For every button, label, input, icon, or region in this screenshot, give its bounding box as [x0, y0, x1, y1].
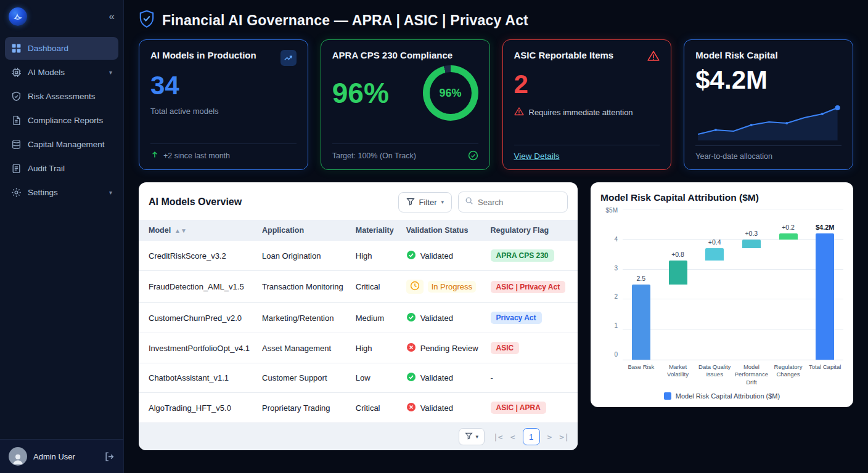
- y-tick-label: 0: [600, 351, 618, 358]
- cell-model: InvestmentPortfolioOpt_v4.1: [139, 333, 256, 363]
- cell-materiality: Critical: [350, 393, 400, 423]
- next-page-button[interactable]: >: [547, 432, 552, 442]
- sidebar-nav: DashboardAI Models▾Risk AssessmentsCompl…: [0, 32, 123, 209]
- chart-legend: Model Risk Capital Attribution ($M): [600, 392, 843, 400]
- table-title: AI Models Overview: [149, 196, 242, 208]
- chart-x-axis: Base RiskMarket VolatilityData Quality I…: [623, 363, 843, 386]
- cell-model: AlgoTrading_HFT_v5.0: [139, 393, 256, 423]
- column-header-regulatory-flag[interactable]: Regulatory Flag: [485, 220, 572, 241]
- column-header-application[interactable]: Application: [256, 220, 350, 241]
- column-header-validation-status[interactable]: Validation Status: [400, 220, 485, 241]
- avatar: [9, 447, 27, 466]
- database-icon: [11, 139, 22, 150]
- column-header-owner[interactable]: Owner: [571, 220, 578, 241]
- user-name: Admin User: [33, 452, 98, 461]
- filter-button[interactable]: Filter ▾: [398, 192, 452, 212]
- cell-validation-status: Validated: [400, 363, 485, 393]
- flag-none: -: [491, 373, 493, 382]
- audit-icon: [11, 163, 22, 174]
- first-page-button[interactable]: |<: [493, 432, 503, 442]
- table-row[interactable]: FraudDetection_AML_v1.5Transaction Monit…: [139, 271, 578, 303]
- ai-models-table: Model▲▼ApplicationMaterialityValidation …: [139, 220, 578, 423]
- ai-models-overview-card: AI Models Overview Filter ▾ Model▲▼Appli…: [139, 182, 578, 450]
- cell-model: CreditRiskScore_v3.2: [139, 241, 256, 271]
- status-success-icon: [406, 250, 416, 262]
- bar-value-label: 2.5: [623, 275, 660, 282]
- search-input[interactable]: [478, 198, 561, 207]
- waterfall-chart: 2.5+0.8+0.4+0.3+0.2$4.2M: [623, 209, 843, 360]
- kpi-value: $4.2M: [695, 67, 841, 94]
- funnel-icon: [406, 197, 415, 208]
- bar-value-label: $4.2M: [806, 224, 843, 231]
- cell-materiality: Critical: [350, 271, 400, 303]
- legend-label: Model Risk Capital Attribution ($M): [676, 392, 780, 400]
- kpi-title: Model Risk Capital: [695, 50, 777, 60]
- document-icon: [11, 115, 22, 126]
- waterfall-bar-market-volatility: +0.8: [660, 209, 697, 360]
- sidebar-item-risk-assessments[interactable]: Risk Assessments: [5, 85, 118, 108]
- previous-page-button[interactable]: <: [510, 432, 515, 442]
- cell-regulatory-flag: Privacy Act: [485, 303, 572, 333]
- cell-validation-status: Validated: [400, 241, 485, 271]
- column-header-model[interactable]: Model▲▼: [139, 220, 256, 241]
- status-success-icon: [406, 312, 416, 324]
- regulatory-flag-badge: ASIC | Privacy Act: [491, 281, 566, 293]
- cell-model: FraudDetection_AML_v1.5: [139, 271, 256, 303]
- compliance-donut-chart: 96%: [423, 65, 478, 121]
- table-row[interactable]: InvestmentPortfolioOpt_v4.1Asset Managem…: [139, 333, 578, 363]
- sidebar-collapse-button[interactable]: «: [109, 10, 115, 23]
- sidebar-item-audit-trail[interactable]: Audit Trail: [5, 157, 118, 180]
- column-header-materiality[interactable]: Materiality: [350, 220, 400, 241]
- kpi-row: AI Models in Production 34 Total active …: [139, 39, 853, 170]
- kpi-value: 34: [150, 72, 297, 99]
- table-row[interactable]: CustomerChurnPred_v2.0Marketing/Retentio…: [139, 303, 578, 333]
- cell-regulatory-flag: ASIC: [485, 333, 572, 363]
- table-row[interactable]: ChatbotAssistant_v1.1Customer SupportLow…: [139, 363, 578, 393]
- view-details-link[interactable]: View Details: [514, 152, 560, 161]
- warning-triangle-icon: [647, 50, 660, 65]
- cell-application: Asset Management: [256, 333, 350, 363]
- table-row[interactable]: CreditRiskScore_v3.2Loan OriginationHigh…: [139, 241, 578, 271]
- last-page-button[interactable]: >|: [559, 432, 569, 442]
- footer-filter-button[interactable]: ▾: [459, 428, 485, 445]
- status-error-icon: [406, 402, 416, 414]
- kpi-card-model-risk-capital: Model Risk Capital $4.2M Year-to-date al…: [684, 39, 853, 170]
- current-page-button[interactable]: 1: [523, 428, 540, 445]
- sidebar-item-label: AI Models: [28, 68, 65, 77]
- kpi-title: APRA CPS 230 Compliance: [332, 50, 452, 60]
- legend-swatch: [664, 392, 671, 400]
- sidebar-item-label: Dashboard: [28, 44, 68, 53]
- sidebar-item-compliance-reports[interactable]: Compliance Reports: [5, 109, 118, 132]
- cell-materiality: High: [350, 333, 400, 363]
- main-content: Financial AI Governance — APRA | ASIC | …: [124, 0, 868, 473]
- sidebar-item-capital-management[interactable]: Capital Management: [5, 133, 118, 156]
- cell-regulatory-flag: ASIC | APRA: [485, 393, 572, 423]
- chevron-down-icon: ▾: [109, 69, 112, 76]
- y-tick-label: 4: [600, 236, 618, 243]
- kpi-card-models-in-production: AI Models in Production 34 Total active …: [139, 39, 308, 170]
- bar-value-label: +0.4: [696, 238, 733, 246]
- gear-icon: [11, 187, 22, 198]
- kpi-value: 2: [514, 71, 660, 98]
- funnel-icon: [465, 432, 473, 442]
- regulatory-flag-badge: ASIC | APRA: [491, 402, 546, 414]
- x-tick-label: Model Performance Drift: [733, 363, 770, 386]
- sidebar-item-settings[interactable]: Settings▾: [5, 181, 118, 204]
- waterfall-bar-data-quality-issues: +0.4: [696, 209, 733, 360]
- sidebar-item-dashboard[interactable]: Dashboard: [5, 37, 118, 60]
- cell-model: ChatbotAssistant_v1.1: [139, 363, 256, 393]
- sidebar-item-label: Settings: [28, 188, 58, 197]
- dashboard-icon: [11, 43, 22, 54]
- logout-icon[interactable]: [104, 451, 115, 462]
- search-box: [458, 192, 568, 212]
- trending-up-icon: [280, 50, 297, 66]
- cell-application: Transaction Monitoring: [256, 271, 350, 303]
- sidebar: « DashboardAI Models▾Risk AssessmentsCom…: [0, 0, 124, 473]
- status-success-icon: [406, 372, 416, 384]
- cell-validation-status: In Progress: [400, 271, 485, 303]
- sidebar-item-ai-models[interactable]: AI Models▾: [5, 61, 118, 84]
- table-row[interactable]: AlgoTrading_HFT_v5.0Proprietary TradingC…: [139, 393, 578, 423]
- chevron-down-icon: ▾: [441, 199, 444, 205]
- cell-owner: J. Smith: [571, 241, 578, 271]
- regulatory-flag-badge: ASIC: [491, 342, 520, 354]
